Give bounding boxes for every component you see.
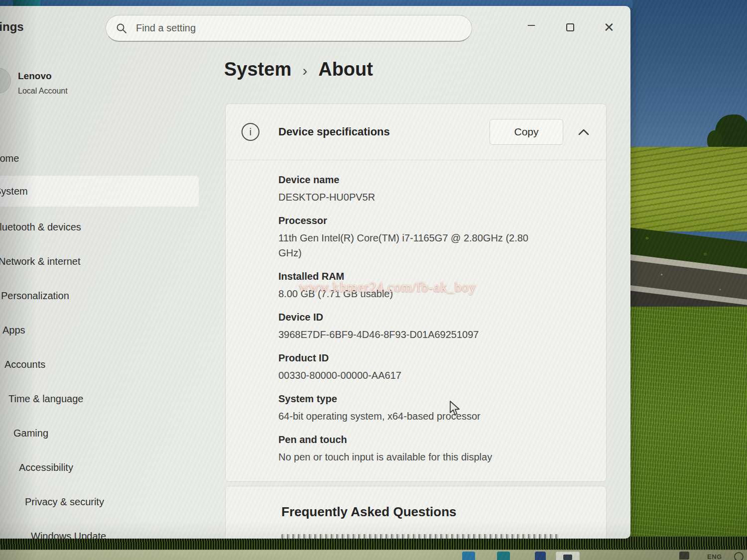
spec-rows: Device name DESKTOP-HU0PV5R Processor 11… [226, 160, 606, 464]
copy-button[interactable]: Copy [490, 119, 563, 145]
taskbar-app-icon[interactable] [535, 552, 546, 560]
window-controls: – ✕ [522, 19, 619, 36]
spec-value: 3968E7DF-6BF9-4D46-8F93-D01A69251097 [278, 327, 547, 342]
spec-value: No pen or touch input is available for t… [278, 449, 547, 464]
spec-label: Device name [278, 172, 586, 187]
taskbar-app-icon[interactable] [462, 552, 475, 560]
taskbar-app-icon[interactable] [497, 552, 510, 560]
spec-row: Processor 11th Gen Intel(R) Core(TM) i7-… [278, 213, 586, 260]
page-title: About [318, 59, 373, 80]
spec-label: Device ID [278, 310, 586, 325]
maximize-icon[interactable] [561, 19, 580, 36]
spec-row: Product ID 00330-80000-00000-AA617 [278, 350, 586, 383]
sidebar-item-network-internet[interactable]: Network & internet [0, 244, 214, 279]
account-name: Lenovo [18, 71, 52, 82]
wallpaper-tea-field [628, 147, 747, 231]
spec-row: Device name DESKTOP-HU0PV5R [278, 172, 586, 205]
app-title: Settings [0, 20, 24, 34]
taskbar-language-indicator[interactable]: ENG [707, 553, 722, 560]
breadcrumb-separator-icon: › [302, 60, 307, 79]
taskbar[interactable]: ENG [0, 550, 747, 560]
taskbar-network-icon[interactable] [734, 552, 744, 560]
spec-label: Pen and touch [278, 432, 586, 447]
device-specifications-header[interactable]: i Device specifications Copy [226, 104, 606, 160]
spec-label: Processor [278, 213, 586, 228]
breadcrumb-system[interactable]: System [224, 59, 291, 80]
search-placeholder: Find a setting [136, 22, 196, 34]
sidebar-item-bluetooth-devices[interactable]: Bluetooth & devices [0, 210, 214, 244]
spec-label: Product ID [278, 350, 586, 365]
sidebar-item-gaming[interactable]: Gaming [13, 416, 214, 450]
sidebar-item-apps[interactable]: Apps [2, 313, 214, 347]
info-icon: i [242, 123, 259, 141]
chevron-up-icon[interactable] [578, 128, 589, 135]
spec-row: Device ID 3968E7DF-6BF9-4D46-8F93-D01A69… [278, 310, 586, 342]
sidebar-nav: Home System Bluetooth & devices Network … [0, 141, 214, 539]
search-input[interactable]: Find a setting [106, 15, 472, 42]
spec-value: 11th Gen Intel(R) Core(TM) i7-1165G7 @ 2… [278, 230, 547, 260]
sidebar-item-accessibility[interactable]: Accessibility [19, 450, 214, 485]
background-window-fragment [13, 0, 40, 6]
settings-app-icon [563, 555, 572, 560]
avatar[interactable] [0, 68, 11, 94]
sidebar-item-personalization[interactable]: Personalization [1, 279, 214, 313]
sidebar-item-home[interactable]: Home [0, 141, 214, 176]
breadcrumb: System › About [224, 59, 373, 80]
wallpaper-green-field [628, 307, 747, 552]
faq-card[interactable]: Frequently Asked Questions [225, 486, 607, 539]
spec-row: Pen and touch No pen or touch input is a… [278, 432, 586, 464]
account-type: Local Account [18, 87, 68, 96]
spec-value: 64-bit operating system, x64-based proce… [278, 409, 547, 424]
watermark: www.khmer24.com/fb-ak_boy [299, 280, 476, 295]
sidebar-item-privacy-security[interactable]: Privacy & security [25, 485, 214, 519]
sidebar-item-windows-update[interactable]: Windows Update [31, 519, 214, 539]
spec-value: DESKTOP-HU0PV5R [278, 190, 547, 205]
sidebar-item-time-language[interactable]: Time & language [8, 382, 214, 416]
device-specifications-title: Device specifications [278, 125, 490, 138]
taskbar-active-app-icon[interactable] [556, 552, 580, 560]
spec-value: 00330-80000-00000-AA617 [278, 368, 547, 383]
spec-row: System type 64-bit operating system, x64… [278, 391, 586, 424]
mouse-cursor [449, 401, 462, 417]
spec-label: System type [278, 391, 586, 406]
sidebar-item-system[interactable]: System [0, 176, 199, 207]
faq-partial-text [281, 534, 560, 539]
faq-title: Frequently Asked Questions [226, 486, 606, 520]
sidebar-item-accounts[interactable]: Accounts [4, 347, 214, 382]
settings-window: Settings Find a setting – ✕ Lenovo Local… [0, 6, 630, 539]
search-icon [116, 23, 127, 34]
taskbar-tray-icon[interactable] [679, 552, 689, 560]
close-icon[interactable]: ✕ [600, 19, 619, 36]
minimize-icon[interactable]: – [522, 19, 541, 36]
